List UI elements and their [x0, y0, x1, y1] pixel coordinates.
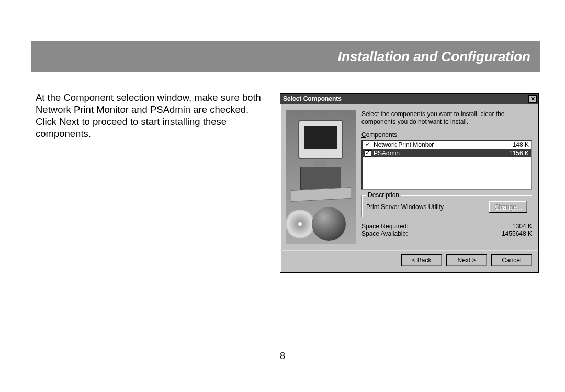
- space-required-label: Space Required:: [361, 223, 512, 230]
- list-item[interactable]: Network Print Monitor 148 K: [363, 141, 531, 149]
- next-button[interactable]: Next >: [446, 254, 487, 266]
- components-listbox[interactable]: Network Print Monitor 148 K PSAdmin 1156…: [361, 140, 532, 190]
- section-title: Installation and Configuration: [338, 49, 530, 65]
- components-label: Components: [361, 131, 532, 139]
- component-size: 1156 K: [509, 149, 529, 157]
- select-components-dialog: Select Components ✕ Select the component…: [280, 93, 539, 273]
- component-name: Network Print Monitor: [374, 141, 513, 148]
- section-header: Installation and Configuration: [31, 41, 540, 72]
- list-item[interactable]: PSAdmin 1156 K: [363, 149, 531, 157]
- component-name: PSAdmin: [374, 149, 509, 157]
- space-available-value: 1455648 K: [502, 230, 532, 237]
- checkbox-icon[interactable]: [365, 142, 371, 148]
- description-text: Print Server Windows Utility: [366, 203, 489, 211]
- description-legend: Description: [366, 191, 401, 199]
- dialog-titlebar[interactable]: Select Components ✕: [280, 94, 538, 104]
- checkbox-icon[interactable]: [365, 150, 371, 157]
- back-button[interactable]: < Back: [401, 254, 442, 266]
- dialog-instruction: Select the components you want to instal…: [361, 110, 532, 126]
- space-info: Space Required: 1304 K Space Available: …: [361, 223, 532, 237]
- change-button[interactable]: Change...: [489, 201, 527, 213]
- space-required-value: 1304 K: [512, 223, 532, 230]
- instruction-paragraph: At the Component selection window, make …: [36, 91, 263, 140]
- wizard-graphic: [286, 110, 356, 244]
- page-number: 8: [0, 351, 565, 362]
- close-icon[interactable]: ✕: [528, 95, 537, 103]
- component-size: 148 K: [513, 141, 529, 148]
- cancel-button[interactable]: Cancel: [491, 254, 532, 266]
- dialog-footer: < Back Next > Cancel: [280, 251, 538, 272]
- description-groupbox: Description Print Server Windows Utility…: [361, 195, 532, 217]
- dialog-title: Select Components: [283, 95, 342, 102]
- space-available-label: Space Available:: [361, 230, 502, 237]
